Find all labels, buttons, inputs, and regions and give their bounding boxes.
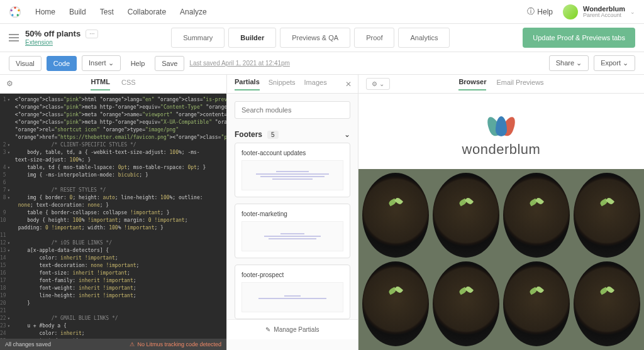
preview-panel: ⚙ ⌄ Browser Email Previews wonderblum bbox=[358, 75, 644, 350]
partials-panel: Partials Snippets Images ✕ Footers 5 ⌄ f… bbox=[226, 75, 358, 350]
chevron-down-icon: ⌄ bbox=[630, 9, 635, 15]
nav-collaborate[interactable]: Collaborate bbox=[128, 8, 166, 16]
export-button[interactable]: Export ⌄ bbox=[594, 55, 635, 71]
visual-button[interactable]: Visual bbox=[9, 56, 42, 71]
insert-button[interactable]: Insert ⌄ bbox=[82, 55, 121, 71]
help-link[interactable]: ⓘ Help bbox=[527, 6, 553, 17]
status-saved: All changes saved bbox=[5, 341, 51, 347]
share-button[interactable]: Share ⌄ bbox=[549, 55, 589, 71]
nav-home[interactable]: Home bbox=[35, 8, 55, 16]
svg-point-4 bbox=[11, 14, 13, 16]
code-editor[interactable]: 1▾ 2▾3▾ 4▾5 6 7▾8▾ 9 10 11 12▾13▾14 15 1… bbox=[0, 94, 226, 339]
edit-icon: ✎ bbox=[265, 326, 270, 333]
email-previews-tab[interactable]: Email Previews bbox=[496, 79, 543, 90]
css-tab[interactable]: CSS bbox=[121, 79, 136, 90]
partial-card[interactable]: footer-marketing bbox=[235, 204, 350, 258]
stage-tabs: Summary Builder Previews & QA Proof Anal… bbox=[169, 28, 452, 48]
close-icon[interactable]: ✕ bbox=[345, 80, 352, 89]
subheader: 50% off plants ··· Extension Summary Bui… bbox=[0, 24, 644, 52]
tab-previews[interactable]: Previews & QA bbox=[280, 28, 350, 48]
svg-point-2 bbox=[18, 9, 19, 11]
search-input[interactable] bbox=[235, 101, 350, 119]
manage-partials[interactable]: ✎Manage Partials bbox=[227, 319, 358, 339]
tab-builder[interactable]: Builder bbox=[228, 28, 276, 48]
code-panel: ⚙ HTML CSS 1▾ 2▾3▾ 4▾5 6 7▾8▾ 9 10 11 12… bbox=[0, 75, 226, 350]
partials-tab[interactable]: Partials bbox=[235, 78, 260, 90]
browser-preview: wonderblum bbox=[358, 94, 644, 350]
footers-section[interactable]: Footers 5 ⌄ bbox=[227, 126, 358, 143]
hero-image bbox=[358, 169, 644, 350]
menu-icon[interactable] bbox=[9, 34, 19, 41]
app-logo bbox=[9, 6, 21, 18]
avatar bbox=[563, 4, 578, 19]
extension-link[interactable]: Extension bbox=[25, 39, 98, 46]
svg-point-3 bbox=[17, 14, 19, 16]
code-button[interactable]: Code bbox=[47, 56, 77, 71]
html-tab[interactable]: HTML bbox=[91, 78, 110, 90]
brand-name: wonderblum bbox=[462, 141, 541, 158]
brand-logo bbox=[486, 111, 517, 136]
nav-build[interactable]: Build bbox=[69, 8, 86, 16]
svg-point-1 bbox=[14, 6, 16, 8]
snippets-tab[interactable]: Snippets bbox=[269, 79, 296, 90]
settings-icon[interactable]: ⚙ bbox=[6, 79, 13, 88]
partial-card[interactable]: footer-account updates bbox=[235, 143, 350, 197]
save-button[interactable]: Save bbox=[155, 56, 184, 71]
project-title: 50% off plants bbox=[25, 29, 80, 39]
preview-settings[interactable]: ⚙ ⌄ bbox=[366, 78, 390, 90]
browser-tab[interactable]: Browser bbox=[458, 78, 486, 90]
nav-analyze[interactable]: Analyze bbox=[180, 8, 207, 16]
top-nav: Home Build Test Collaborate Analyze ⓘ He… bbox=[0, 0, 644, 24]
partial-card[interactable]: footer-prospect bbox=[235, 265, 350, 319]
help-button[interactable]: Help bbox=[126, 57, 150, 70]
chevron-down-icon: ⌄ bbox=[344, 130, 350, 139]
nav-test[interactable]: Test bbox=[100, 8, 114, 16]
user-role: Parent Account bbox=[583, 13, 625, 19]
user-name: Wonderblum bbox=[583, 5, 625, 13]
svg-point-5 bbox=[11, 9, 13, 11]
tab-summary[interactable]: Summary bbox=[171, 28, 225, 48]
tab-proof[interactable]: Proof bbox=[354, 28, 394, 48]
update-proof-button[interactable]: Update Proof & Previews tabs bbox=[523, 28, 635, 48]
tracking-warning: ⚠ No Litmus tracking code detected bbox=[130, 341, 221, 347]
last-saved: Last saved April 1, 2021 at 12:41pm bbox=[189, 60, 290, 67]
more-menu[interactable]: ··· bbox=[86, 30, 98, 38]
tab-analytics[interactable]: Analytics bbox=[398, 28, 450, 48]
user-menu[interactable]: Wonderblum Parent Account ⌄ bbox=[563, 4, 635, 19]
images-tab[interactable]: Images bbox=[304, 79, 327, 90]
toolbar: Visual Code Insert ⌄ Help Save Last save… bbox=[0, 52, 644, 75]
